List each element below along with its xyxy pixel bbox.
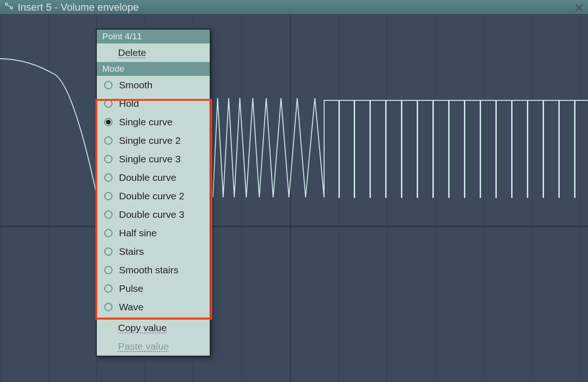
point-context-menu: Point 4/11 Delete Mode Smooth Hold Singl… bbox=[96, 29, 211, 357]
mode-double-curve-2[interactable]: Double curve 2 bbox=[97, 187, 210, 205]
envelope-curve bbox=[0, 15, 588, 382]
mode-smooth-stairs[interactable]: Smooth stairs bbox=[97, 261, 210, 279]
menu-delete[interactable]: Delete bbox=[97, 43, 210, 62]
mode-pulse[interactable]: Pulse bbox=[97, 279, 210, 298]
radio-icon bbox=[104, 247, 113, 256]
mode-smooth[interactable]: Smooth bbox=[97, 76, 210, 94]
radio-icon bbox=[104, 81, 113, 89]
mode-wave[interactable]: Wave bbox=[97, 298, 210, 316]
radio-icon bbox=[104, 284, 113, 293]
mode-double-curve[interactable]: Double curve bbox=[97, 168, 210, 187]
svg-point-0 bbox=[6, 3, 8, 6]
radio-icon bbox=[104, 136, 113, 145]
menu-divider bbox=[97, 317, 210, 318]
radio-icon bbox=[104, 99, 113, 108]
envelope-icon bbox=[5, 1, 14, 13]
menu-copy-value[interactable]: Copy value bbox=[97, 319, 210, 337]
mode-half-sine[interactable]: Half sine bbox=[97, 224, 210, 242]
menu-header-point: Point 4/11 bbox=[97, 30, 210, 43]
radio-icon bbox=[104, 210, 113, 219]
radio-icon bbox=[104, 192, 113, 200]
mode-single-curve-2[interactable]: Single curve 2 bbox=[97, 131, 210, 150]
mode-single-curve[interactable]: Single curve bbox=[97, 113, 210, 131]
window-title: Insert 5 - Volume envelope bbox=[18, 1, 139, 13]
radio-icon bbox=[104, 303, 113, 311]
radio-icon bbox=[104, 155, 113, 163]
mode-hold[interactable]: Hold bbox=[97, 94, 210, 113]
mode-double-curve-3[interactable]: Double curve 3 bbox=[97, 205, 210, 224]
radio-icon bbox=[104, 118, 113, 126]
mode-stairs[interactable]: Stairs bbox=[97, 242, 210, 261]
radio-icon bbox=[104, 229, 113, 237]
radio-icon bbox=[104, 266, 113, 274]
radio-icon bbox=[104, 173, 113, 182]
menu-paste-value: Paste value bbox=[97, 337, 210, 356]
envelope-editor[interactable]: Point 4/11 Delete Mode Smooth Hold Singl… bbox=[0, 15, 588, 382]
mode-single-curve-3[interactable]: Single curve 3 bbox=[97, 150, 210, 168]
menu-header-mode: Mode bbox=[97, 62, 210, 76]
window-titlebar[interactable]: Insert 5 - Volume envelope ✕ bbox=[0, 0, 588, 15]
svg-point-1 bbox=[11, 7, 13, 9]
close-icon[interactable]: ✕ bbox=[574, 1, 584, 15]
svg-line-2 bbox=[7, 5, 11, 7]
